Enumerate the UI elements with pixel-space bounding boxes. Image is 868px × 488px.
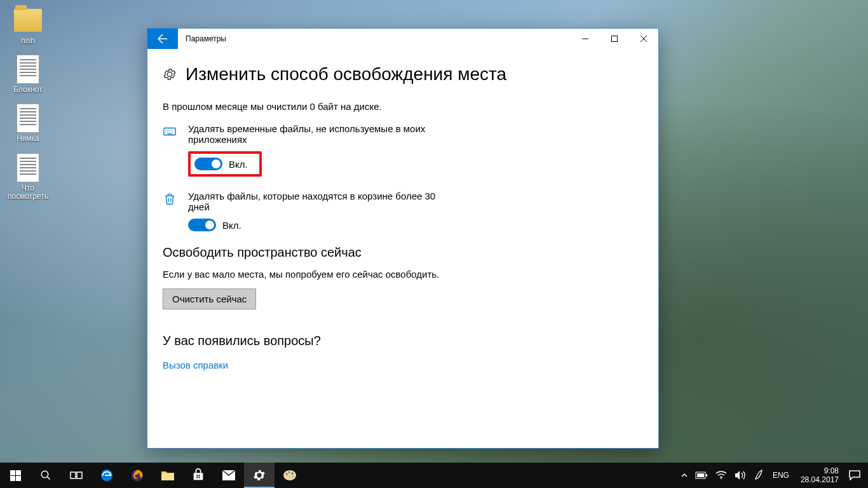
svg-rect-24 — [697, 473, 704, 477]
notification-icon — [849, 470, 860, 480]
svg-rect-8 — [77, 472, 82, 478]
start-button[interactable] — [0, 463, 31, 488]
status-text: В прошлом месяце мы очистили 0 байт на д… — [163, 101, 643, 112]
toggle-state-label: Вкл. — [222, 220, 241, 231]
taskbar: ENG 9:08 28.04.2017 — [0, 463, 868, 488]
pen-icon — [754, 470, 764, 481]
file-explorer-icon — [161, 469, 175, 482]
store-icon — [191, 468, 205, 482]
tray-volume[interactable] — [731, 463, 750, 488]
battery-icon — [695, 471, 708, 479]
folder-icon — [14, 9, 42, 32]
help-heading: У вас появились вопросы? — [163, 334, 643, 348]
desktop-icon-label: nish — [21, 37, 35, 45]
tray-wifi[interactable] — [712, 463, 731, 488]
clock-time: 9:08 — [801, 466, 839, 475]
minimize-button[interactable] — [571, 29, 600, 49]
minimize-icon — [582, 36, 588, 42]
title-bar: Параметры — [147, 29, 658, 49]
desktop-icon-label: Блокнот — [13, 86, 42, 94]
tray-show-hidden[interactable] — [677, 463, 691, 488]
maximize-icon — [611, 36, 618, 42]
task-view-icon — [70, 470, 83, 480]
taskbar-app-mail[interactable] — [214, 463, 244, 488]
desktop-icons: nish Блокнот Нямка Что посмотреть — [5, 5, 51, 201]
svg-rect-2 — [10, 470, 15, 475]
page-title: Изменить способ освобождения места — [186, 64, 506, 85]
tray-input-indicator[interactable] — [750, 463, 768, 488]
maximize-button[interactable] — [600, 29, 629, 49]
back-button[interactable] — [147, 29, 178, 49]
mail-icon — [222, 470, 236, 481]
taskbar-app-explorer[interactable] — [153, 463, 183, 488]
gear-icon — [252, 468, 266, 482]
svg-rect-0 — [612, 36, 618, 42]
close-icon — [641, 36, 647, 42]
taskbar-app-firefox[interactable] — [122, 463, 153, 488]
svg-rect-3 — [16, 470, 21, 475]
taskbar-app-settings[interactable] — [244, 463, 275, 488]
arrow-left-icon — [158, 34, 168, 44]
desktop-icon-txt[interactable]: Блокнот — [5, 54, 51, 94]
search-icon — [40, 470, 51, 481]
desktop-icon-txt[interactable]: Нямка — [5, 103, 51, 143]
highlight-box: Вкл. — [188, 151, 262, 177]
edge-icon — [100, 468, 114, 482]
toggle-recycle-bin[interactable] — [188, 219, 216, 231]
svg-point-21 — [292, 476, 294, 478]
windows-icon — [10, 470, 21, 481]
settings-content: Изменить способ освобождения места В про… — [147, 49, 658, 448]
taskbar-app-edge[interactable] — [92, 463, 122, 488]
svg-rect-13 — [198, 475, 200, 476]
desktop-icon-label: Что посмотреть — [5, 184, 51, 201]
taskbar-clock[interactable]: 9:08 28.04.2017 — [794, 466, 845, 485]
settings-window: Параметры Изменить способ освобождения м… — [147, 28, 659, 449]
wifi-icon — [715, 471, 727, 480]
svg-rect-5 — [16, 476, 21, 481]
setting-temp-files: Удалять временные файлы, не используемые… — [163, 123, 643, 177]
text-file-icon — [17, 153, 39, 182]
paint-icon — [282, 468, 297, 483]
toggle-state-label: Вкл. — [229, 159, 248, 170]
action-center[interactable] — [845, 463, 864, 488]
setting-label: Удалять временные файлы, не используемые… — [188, 123, 455, 145]
svg-rect-14 — [196, 477, 198, 478]
gear-icon — [163, 67, 177, 81]
text-file-icon — [17, 55, 39, 84]
taskbar-app-store[interactable] — [183, 463, 214, 488]
svg-point-6 — [41, 471, 48, 478]
svg-point-18 — [286, 473, 288, 475]
svg-point-19 — [288, 471, 290, 473]
text-file-icon — [17, 104, 39, 133]
keyboard-icon — [163, 125, 177, 139]
free-space-desc: Если у вас мало места, мы попробуем его … — [163, 269, 643, 280]
tray-battery[interactable] — [691, 463, 712, 488]
svg-point-25 — [721, 478, 722, 479]
setting-recycle-bin: Удалять файлы, которые находятся в корзи… — [163, 191, 643, 231]
desktop-icon-txt[interactable]: Что посмотреть — [5, 152, 51, 201]
clock-date: 28.04.2017 — [801, 475, 839, 484]
trash-icon — [163, 192, 177, 206]
desktop-icon-folder[interactable]: nish — [5, 5, 51, 45]
firefox-icon — [130, 468, 144, 482]
desktop-icon-label: Нямка — [17, 135, 39, 143]
language-indicator[interactable]: ENG — [768, 471, 794, 480]
chevron-up-icon — [681, 472, 688, 478]
svg-rect-4 — [10, 476, 15, 481]
taskbar-search[interactable] — [31, 463, 61, 488]
svg-rect-11 — [161, 473, 174, 480]
svg-rect-15 — [198, 477, 200, 478]
svg-point-20 — [292, 473, 294, 475]
window-title: Параметры — [178, 29, 234, 49]
svg-rect-23 — [706, 474, 707, 477]
toggle-temp-files[interactable] — [194, 158, 222, 170]
svg-rect-7 — [71, 472, 76, 478]
free-space-heading: Освободить пространство сейчас — [163, 245, 643, 260]
close-button[interactable] — [629, 29, 658, 49]
help-link[interactable]: Вызов справки — [163, 360, 228, 370]
svg-rect-12 — [196, 475, 198, 476]
taskbar-app-paint[interactable] — [275, 463, 305, 488]
task-view-button[interactable] — [61, 463, 92, 488]
volume-icon — [735, 470, 746, 480]
clean-now-button[interactable]: Очистить сейчас — [163, 288, 256, 309]
